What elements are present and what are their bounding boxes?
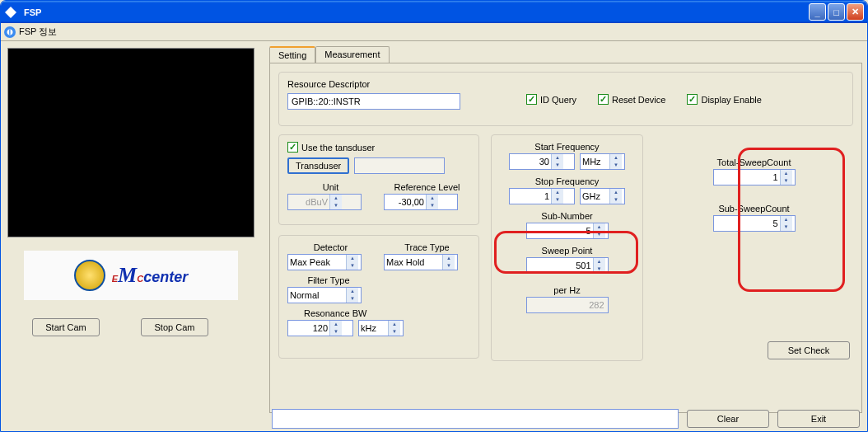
start-freq-input[interactable]: ▲▼ <box>509 153 575 170</box>
spin-down-icon: ▼ <box>610 162 622 169</box>
spin-down-icon: ▼ <box>610 196 622 204</box>
spin-up-icon: ▲ <box>347 288 358 295</box>
spin-up-icon: ▲ <box>781 216 792 223</box>
rbw-unit-select[interactable]: ▲▼ <box>358 320 404 336</box>
resource-descriptor-label: Resource Descriptor <box>287 79 460 89</box>
spin-up-icon: ▲ <box>552 189 563 196</box>
spin-up-icon: ▲ <box>610 154 622 162</box>
spin-up-icon: ▲ <box>594 258 605 265</box>
menubar: i FSP 정보 <box>1 23 867 41</box>
stop-freq-label: Stop Frequency <box>500 176 634 186</box>
spin-down-icon: ▼ <box>594 231 605 238</box>
total-sweep-input[interactable]: ▲▼ <box>713 169 796 185</box>
resource-descriptor-group: Resource Descriptor ✓ID Query ✓Reset Dev… <box>278 72 853 126</box>
spin-up-icon: ▲ <box>443 255 455 262</box>
filter-type-label: Filter Type <box>287 275 370 285</box>
spin-down-icon: ▼ <box>347 295 358 303</box>
spin-down-icon: ▼ <box>427 202 438 209</box>
spin-down-icon: ▼ <box>552 196 563 204</box>
resource-descriptor-input[interactable] <box>287 93 460 110</box>
spin-up-icon: ▲ <box>552 154 563 162</box>
trace-type-label: Trace Type <box>384 242 470 252</box>
use-transducer-checkbox[interactable]: ✓Use the tansduser <box>287 142 470 153</box>
camera-buttons: Start Cam Stop Cam <box>32 318 264 336</box>
sub-sweep-label: Sub-SweepCount <box>655 204 853 214</box>
spin-up-icon: ▲ <box>594 223 605 231</box>
reset-device-checkbox[interactable]: ✓Reset Device <box>598 94 665 105</box>
spin-up-icon: ▲ <box>781 170 792 177</box>
exit-button[interactable]: Exit <box>777 410 860 428</box>
total-sweep-label: Total-SweepCount <box>655 157 853 167</box>
spin-down-icon: ▼ <box>347 262 358 270</box>
spin-down-icon: ▼ <box>594 265 605 273</box>
transducer-button[interactable]: Transduser <box>287 157 349 174</box>
tab-panel-setting: Resource Descriptor ✓ID Query ✓Reset Dev… <box>269 63 862 413</box>
emc-logo: EMCcenter <box>24 251 238 300</box>
rbw-label: Resonance BW <box>287 308 470 318</box>
unit-label: Unit <box>287 182 374 192</box>
titlebar: FSP _ □ ✕ <box>1 1 867 23</box>
window-title: FSP <box>21 7 809 17</box>
spin-up-icon: ▲ <box>389 321 400 328</box>
detector-label: Detector <box>287 242 374 252</box>
trace-type-select[interactable]: ▲▼ <box>384 254 458 270</box>
detector-select[interactable]: ▲▼ <box>287 254 362 270</box>
display-enable-checkbox[interactable]: ✓Display Enable <box>687 94 761 105</box>
spin-up-icon: ▲ <box>347 255 358 262</box>
sub-number-label: Sub-Number <box>500 211 634 221</box>
unit-select: ▲▼ <box>287 194 362 210</box>
sweep-point-label: Sweep Point <box>500 246 634 256</box>
clear-button[interactable]: Clear <box>687 410 769 428</box>
left-panel: EMCcenter Start Cam Stop Cam <box>4 45 268 415</box>
start-cam-button[interactable]: Start Cam <box>32 318 100 336</box>
stop-cam-button[interactable]: Stop Cam <box>141 318 208 336</box>
sweep-point-input[interactable]: ▲▼ <box>526 257 609 274</box>
spin-up-icon: ▲ <box>427 195 438 202</box>
menu-info[interactable]: FSP 정보 <box>19 26 57 38</box>
sub-sweep-input[interactable]: ▲▼ <box>713 215 796 232</box>
spin-down-icon: ▼ <box>781 223 792 231</box>
right-panel: Setting Measurement Resource Descriptor … <box>268 45 864 415</box>
detector-group: Detector ▲▼ Trace Type ▲▼ Filter Type <box>278 235 479 359</box>
minimize-button[interactable]: _ <box>809 3 826 21</box>
client-area: EMCcenter Start Cam Stop Cam Setting Mea… <box>1 41 867 418</box>
reference-level-input[interactable]: ▲▼ <box>384 194 458 210</box>
spin-down-icon: ▼ <box>552 162 563 169</box>
info-icon: i <box>4 26 16 38</box>
transducer-file-input <box>354 157 445 174</box>
app-window: FSP _ □ ✕ i FSP 정보 EMCcenter Start Cam S… <box>0 0 868 432</box>
logo-text: EMCcenter <box>112 263 188 288</box>
logo-badge-icon <box>74 260 105 291</box>
spin-up-icon: ▲ <box>610 189 622 196</box>
rbw-input[interactable]: ▲▼ <box>287 320 353 336</box>
spin-down-icon: ▼ <box>443 262 455 270</box>
per-hz-value <box>526 297 609 313</box>
set-check-button[interactable]: Set Check <box>768 341 850 359</box>
spin-down-icon: ▼ <box>389 328 400 336</box>
per-hz-label: per Hz <box>500 285 634 295</box>
status-input[interactable] <box>272 409 679 429</box>
stop-freq-input[interactable]: ▲▼ <box>509 188 575 204</box>
spin-up-icon: ▲ <box>330 321 342 328</box>
reference-level-label: Reference Level <box>384 182 470 192</box>
transducer-group: ✓Use the tansduser Transduser Unit ▲▼ <box>278 134 479 225</box>
close-button[interactable]: ✕ <box>847 3 864 21</box>
tabset: Setting Measurement <box>269 46 862 63</box>
camera-view <box>7 48 254 237</box>
start-freq-unit[interactable]: ▲▼ <box>580 153 625 170</box>
app-icon <box>4 6 17 19</box>
id-query-checkbox[interactable]: ✓ID Query <box>526 94 576 105</box>
tab-measurement[interactable]: Measurement <box>315 46 389 63</box>
spin-down-icon: ▼ <box>781 177 792 185</box>
stop-freq-unit[interactable]: ▲▼ <box>580 188 625 204</box>
sweep-count-area: Total-SweepCount ▲▼ Sub-SweepCount ▲▼ Se… <box>655 134 853 361</box>
window-controls: _ □ ✕ <box>809 3 864 21</box>
tab-setting[interactable]: Setting <box>269 46 315 63</box>
spin-down-icon: ▼ <box>330 202 342 209</box>
spin-up-icon: ▲ <box>330 195 342 202</box>
bottom-bar: Clear Exit <box>0 409 868 429</box>
filter-type-select[interactable]: ▲▼ <box>287 287 362 303</box>
frequency-group: Start Frequency ▲▼ ▲▼ Stop Frequency ▲▼ … <box>491 134 643 361</box>
maximize-button[interactable]: □ <box>828 3 845 21</box>
sub-number-input[interactable]: ▲▼ <box>526 223 609 239</box>
